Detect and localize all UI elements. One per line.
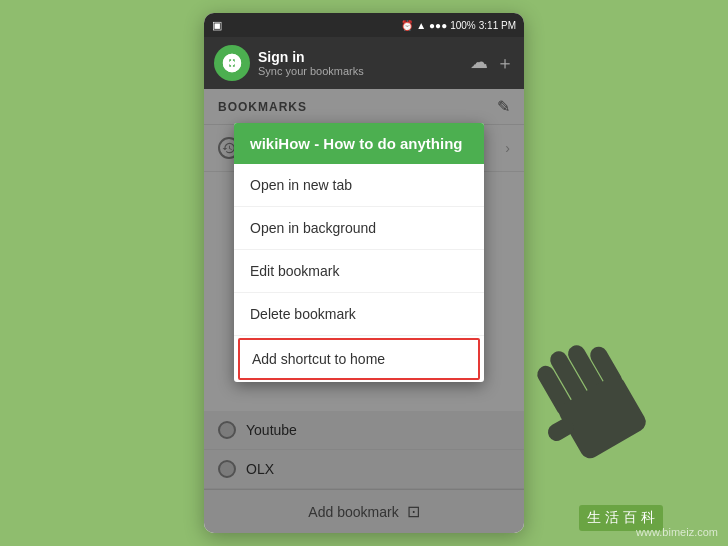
status-bar-right: ⏰ ▲ ●●● 100% 3:11 PM xyxy=(401,20,516,31)
notification-icon: ▣ xyxy=(212,19,222,32)
wifi-icon: ▲ xyxy=(416,20,426,31)
status-bar: ▣ ⏰ ▲ ●●● 100% 3:11 PM xyxy=(204,13,524,37)
url-watermark: www.bimeiz.com xyxy=(636,526,718,538)
sign-in-title[interactable]: Sign in xyxy=(258,49,462,65)
sync-label: Sync your bookmarks xyxy=(258,65,462,77)
context-menu: wikiHow - How to do anything Open in new… xyxy=(234,123,484,382)
status-bar-left: ▣ xyxy=(212,19,222,32)
context-menu-header: wikiHow - How to do anything xyxy=(234,123,484,164)
delete-bookmark-item[interactable]: Delete bookmark xyxy=(234,293,484,336)
cloud-icon[interactable]: ☁ xyxy=(470,51,488,75)
context-menu-title: wikiHow - How to do anything xyxy=(250,135,468,152)
add-shortcut-item[interactable]: Add shortcut to home xyxy=(238,338,480,380)
alarm-icon: ⏰ xyxy=(401,20,413,31)
open-new-tab-item[interactable]: Open in new tab xyxy=(234,164,484,207)
top-bar: Sign in Sync your bookmarks ☁ ＋ xyxy=(204,37,524,89)
url-text: www.bimeiz.com xyxy=(636,526,718,538)
open-background-item[interactable]: Open in background xyxy=(234,207,484,250)
top-bar-icons: ☁ ＋ xyxy=(470,51,514,75)
phone-screen: ▣ ⏰ ▲ ●●● 100% 3:11 PM Sign in Sync your… xyxy=(204,13,524,533)
time-label: 3:11 PM xyxy=(479,20,516,31)
avatar[interactable] xyxy=(214,45,250,81)
battery-label: 100% xyxy=(450,20,476,31)
signal-icon: ●●● xyxy=(429,20,447,31)
add-icon[interactable]: ＋ xyxy=(496,51,514,75)
sign-in-section: Sign in Sync your bookmarks xyxy=(258,49,462,77)
edit-bookmark-item[interactable]: Edit bookmark xyxy=(234,250,484,293)
